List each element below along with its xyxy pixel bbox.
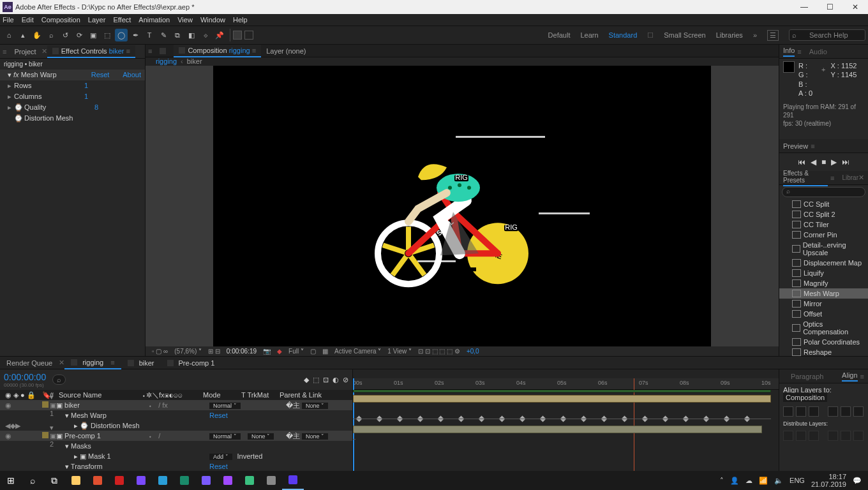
- align-top-button[interactable]: [828, 406, 838, 417]
- panbehind-tool-icon[interactable]: ⬚: [101, 29, 114, 41]
- taskbar-taskview[interactable]: ⧉: [43, 471, 65, 490]
- preview-prev-icon[interactable]: ◀: [811, 158, 816, 167]
- timeline-track[interactable]: [353, 445, 771, 455]
- tab-rigging-timeline[interactable]: rigging ≡: [64, 357, 121, 369]
- prop-columns-value[interactable]: 1: [84, 93, 88, 101]
- preview-first-icon[interactable]: ⏮: [798, 158, 805, 167]
- prop-rows-value[interactable]: 1: [84, 82, 88, 90]
- tab-project[interactable]: Project: [9, 46, 41, 57]
- fx-item[interactable]: Reshape: [779, 347, 868, 356]
- tab-biker-timeline[interactable]: biker: [121, 357, 161, 369]
- align-bottom-button[interactable]: [853, 406, 864, 417]
- view-dropdown[interactable]: 1 View ˅: [387, 348, 412, 355]
- dist-5[interactable]: [841, 431, 851, 441]
- effect-name[interactable]: Mesh Warp: [21, 71, 91, 79]
- tray-notifications-icon[interactable]: 💬: [853, 477, 862, 485]
- fx-item[interactable]: Offset: [779, 309, 868, 319]
- fx-item[interactable]: Displacement Map: [779, 258, 868, 268]
- taskbar-audition[interactable]: [174, 471, 195, 490]
- fx-item[interactable]: Magnify: [779, 278, 868, 288]
- workspace-default[interactable]: Default: [548, 31, 571, 39]
- fx-item[interactable]: Polar Coordinates: [779, 337, 868, 347]
- fx-item[interactable]: Liquify: [779, 268, 868, 278]
- fill-swatch[interactable]: [233, 31, 242, 40]
- menu-file[interactable]: File: [3, 16, 14, 24]
- tab-paragraph[interactable]: Paragraph: [791, 373, 823, 380]
- tab-effects-presets[interactable]: Effects & Presets: [783, 170, 828, 186]
- taskbar-explorer[interactable]: [65, 471, 87, 490]
- magnify-icon[interactable]: ▫ ▢ ∞: [152, 348, 168, 355]
- menu-effect[interactable]: Effect: [113, 16, 131, 24]
- camera-tool-icon[interactable]: ▣: [87, 29, 100, 41]
- workarea-bar[interactable]: [353, 390, 771, 392]
- channel-icon[interactable]: ◆: [277, 348, 282, 355]
- align-target-dropdown[interactable]: Composition: [783, 393, 827, 402]
- tab-audio[interactable]: Audio: [809, 48, 827, 56]
- align-hcenter-button[interactable]: [796, 406, 806, 417]
- tray-cloud-icon[interactable]: ☁: [745, 477, 752, 485]
- fx-item[interactable]: CC Split: [779, 199, 868, 209]
- workspace-menu-icon[interactable]: ☰: [767, 30, 779, 41]
- stroke-swatch[interactable]: [244, 31, 253, 40]
- fx-item[interactable]: Detail-..erving Upscale: [779, 240, 868, 258]
- timeline-track[interactable]: [353, 394, 771, 404]
- preview-next-icon[interactable]: ▶: [831, 158, 837, 167]
- taskbar-search[interactable]: ⌕: [22, 471, 43, 490]
- search-help-input[interactable]: ⌕ Search Help: [789, 29, 865, 41]
- tl-icon1[interactable]: ◆: [304, 376, 309, 384]
- tray-wifi-icon[interactable]: 📶: [759, 477, 768, 485]
- puppet-tool-icon[interactable]: 📌: [213, 29, 226, 41]
- snapshot-icon[interactable]: 📷: [263, 348, 271, 355]
- roi-icon[interactable]: ▢: [310, 348, 316, 355]
- exposure-value[interactable]: +0,0: [467, 348, 479, 355]
- tray-up-icon[interactable]: ˄: [720, 477, 724, 485]
- close-button[interactable]: ✕: [842, 0, 868, 14]
- tray-lang[interactable]: ENG: [789, 477, 805, 484]
- tab-precomp-timeline[interactable]: Pre-comp 1: [161, 357, 221, 369]
- prop-rows[interactable]: Rows: [14, 82, 84, 90]
- preview-last-icon[interactable]: ⏭: [842, 158, 849, 167]
- menu-animation[interactable]: Animation: [138, 16, 170, 24]
- tab-composition[interactable]: Composition rigging ≡: [174, 45, 261, 57]
- layer-row[interactable]: ◉ ▾ ▣ 2▣ Pre-comp 1⬩ / Normal ˅None ˅�主 …: [0, 431, 352, 441]
- tab-render-queue[interactable]: Render Queue: [0, 357, 59, 369]
- workspace-standard[interactable]: Standard: [609, 31, 638, 39]
- workspace-smallscreen[interactable]: Small Screen: [664, 31, 705, 39]
- resolution-icon[interactable]: ⊞ ⊟: [208, 348, 220, 355]
- timecode-display[interactable]: 0:00:06:19: [227, 348, 257, 355]
- workspace-libraries[interactable]: Libraries: [716, 31, 743, 39]
- menu-layer[interactable]: Layer: [88, 16, 106, 24]
- tl-icon2[interactable]: ⬚: [313, 376, 319, 384]
- tl-icon4[interactable]: ◐: [333, 376, 339, 384]
- fx-item[interactable]: Mesh Warp: [779, 288, 868, 299]
- toggle-icons[interactable]: ⊡ ⊡ ⬚ ⬚ ⬚ ⚙: [418, 348, 460, 355]
- timeline-track[interactable]: [353, 414, 771, 424]
- orbit-tool-icon[interactable]: ↺: [59, 29, 71, 41]
- workspace-learn[interactable]: Learn: [580, 31, 598, 39]
- prop-quality[interactable]: Quality: [24, 103, 94, 112]
- taskbar-app[interactable]: [239, 471, 260, 490]
- tab-effect-controls[interactable]: Effect Controls biker ≡: [47, 45, 135, 58]
- effects-search-input[interactable]: ⌕: [782, 187, 865, 197]
- shape-tool-icon[interactable]: ◯: [115, 29, 128, 41]
- dist-1[interactable]: [783, 431, 793, 441]
- taskbar-aftereffects[interactable]: [195, 471, 217, 490]
- align-vcenter-button[interactable]: [841, 406, 851, 417]
- effect-reset-link[interactable]: Reset: [91, 71, 110, 79]
- menu-help[interactable]: Help: [233, 16, 248, 24]
- prop-distortion-mesh[interactable]: Distortion Mesh: [24, 114, 94, 122]
- tray-people-icon[interactable]: 👤: [730, 477, 739, 485]
- taskbar-ae-active[interactable]: [282, 471, 304, 490]
- preview-play-icon[interactable]: ■: [821, 158, 826, 167]
- menu-edit[interactable]: Edit: [22, 16, 34, 24]
- prop-columns[interactable]: Columns: [14, 93, 84, 101]
- panel-menu-icon[interactable]: ≡: [0, 48, 9, 56]
- tray-time[interactable]: 18:17: [811, 473, 846, 480]
- fx-item[interactable]: Mirror: [779, 299, 868, 309]
- dist-3[interactable]: [809, 431, 819, 441]
- tab-info[interactable]: Info: [783, 47, 795, 57]
- selection-tool-icon[interactable]: ▴: [17, 29, 29, 41]
- grid-icon[interactable]: ▦: [322, 348, 328, 355]
- align-right-button[interactable]: [809, 406, 819, 417]
- tray-volume-icon[interactable]: 🔈: [774, 477, 783, 485]
